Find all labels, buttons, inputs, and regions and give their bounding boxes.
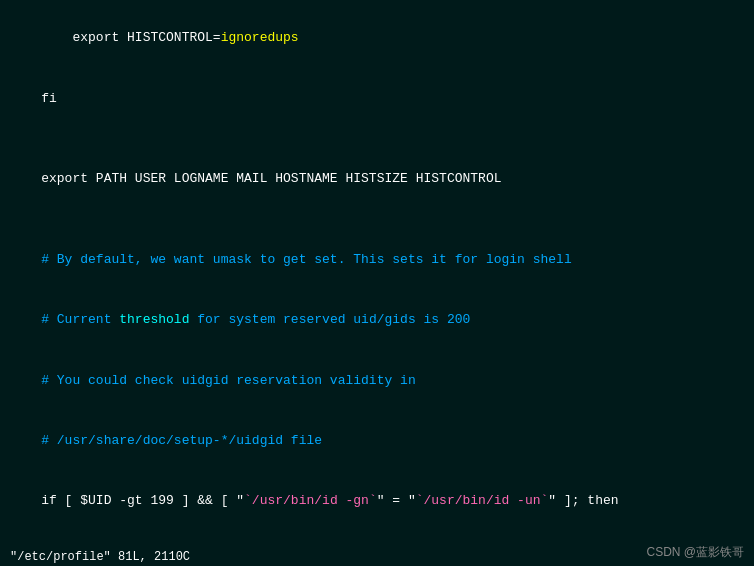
watermark: CSDN @蓝影铁哥 xyxy=(646,544,744,561)
code-line-9: # /usr/share/doc/setup-*/uidgid file xyxy=(10,411,744,471)
status-text: "/etc/profile" 81L, 2110C xyxy=(10,550,190,564)
code-line-7: # Current threshold for system reserved … xyxy=(10,290,744,350)
code-line-6: # By default, we want umask to get set. … xyxy=(10,230,744,290)
code-line-10: if [ $UID -gt 199 ] && [ "`/usr/bin/id -… xyxy=(10,471,744,531)
status-bar: "/etc/profile" 81L, 2110C xyxy=(0,548,754,566)
watermark-text: CSDN @蓝影铁哥 xyxy=(646,545,744,559)
code-line-3 xyxy=(10,129,744,149)
terminal: export HISTCONTROL=ignoredups fi export … xyxy=(0,0,754,566)
code-line-5 xyxy=(10,209,744,229)
code-line-8: # You could check uidgid reservation val… xyxy=(10,350,744,410)
code-line-2: fi xyxy=(10,68,744,128)
code-line-1: export HISTCONTROL=ignoredups xyxy=(10,8,744,68)
code-line-4: export PATH USER LOGNAME MAIL HOSTNAME H… xyxy=(10,149,744,209)
